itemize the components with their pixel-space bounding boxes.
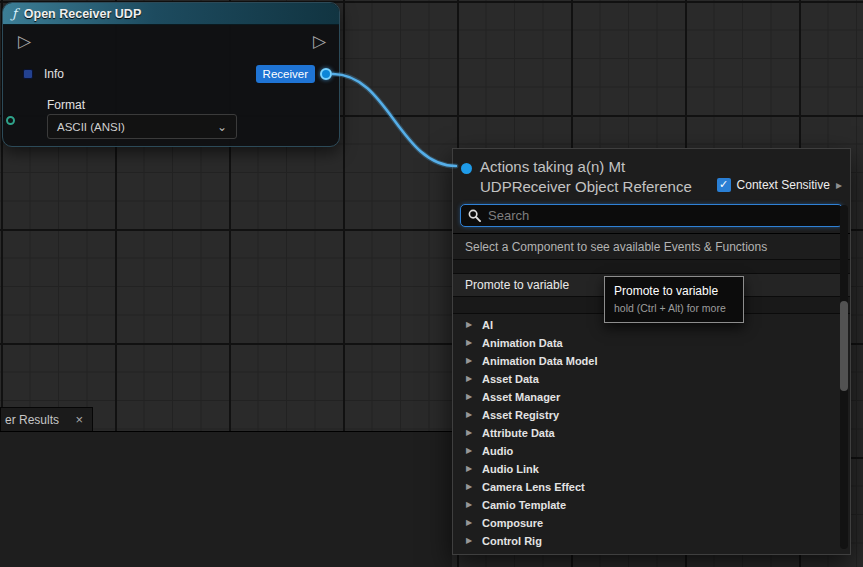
category-row[interactable]: ▶ Composure [453,514,850,532]
context-menu-header: Actions taking a(n) Mt UDPReceiver Objec… [453,149,850,201]
receiver-pin-row: Receiver [256,65,332,83]
search-bar[interactable] [460,204,843,227]
context-action-menu: Actions taking a(n) Mt UDPReceiver Objec… [452,148,851,555]
expand-triangle-icon[interactable]: ▶ [466,320,474,329]
expand-triangle-icon[interactable]: ▶ [466,374,474,383]
category-row[interactable]: ▶ Curve Data [453,550,850,554]
exec-output-pin-icon[interactable]: ▷ [313,33,326,50]
context-menu-title-line1: Actions taking a(n) Mt [480,157,692,177]
category-row[interactable]: ▶ Audio [453,442,850,460]
category-label: Curve Data [482,553,540,554]
category-row[interactable]: ▶ Control Rig [453,532,850,550]
expand-triangle-icon[interactable]: ▶ [466,500,474,509]
category-label: Asset Manager [482,391,560,403]
category-row[interactable]: ▶ Camera Lens Effect [453,478,850,496]
blueprint-editor: er Results × ƒ Open Receiver UDP ▷ ▷ Inf… [0,0,863,567]
expand-triangle-icon[interactable]: ▶ [466,446,474,455]
format-dropdown-value: ASCII (ANSI) [57,121,125,133]
tooltip-title: Promote to variable [614,284,734,298]
expand-triangle-icon[interactable]: ▶ [466,482,474,491]
node-header[interactable]: ƒ Open Receiver UDP [3,3,339,25]
category-label: Control Rig [482,535,542,547]
category-row[interactable]: ▶ Camio Template [453,496,850,514]
context-menu-title: Actions taking a(n) Mt UDPReceiver Objec… [480,157,692,197]
node-open-receiver-udp[interactable]: ƒ Open Receiver UDP ▷ ▷ Info Receiver Fo… [2,2,340,147]
expand-triangle-icon[interactable]: ▶ [466,464,474,473]
node-title: Open Receiver UDP [24,7,141,21]
expand-triangle-icon[interactable]: ▶ [466,392,474,401]
tab-results-label: er Results [5,413,59,427]
component-notice: Select a Component to see available Even… [453,234,850,260]
receiver-object-pin-icon[interactable] [320,68,332,80]
expand-triangle-icon[interactable]: ▶ [466,410,474,419]
expand-triangle-icon[interactable]: ▶ [466,536,474,545]
chevron-down-icon: ⌄ [217,120,227,134]
category-row[interactable]: ▶ Animation Data [453,334,850,352]
tooltip-hint: hold (Ctrl + Alt) for more [614,302,734,314]
expand-triangle-icon[interactable]: ▶ [466,428,474,437]
exec-input-pin-icon[interactable]: ▷ [18,33,31,50]
promote-tooltip: Promote to variable hold (Ctrl + Alt) fo… [604,276,744,323]
context-sensitive-expand-icon[interactable]: ▸ [836,178,842,192]
search-icon [468,209,481,222]
results-panel [0,431,452,567]
search-input[interactable] [488,208,835,223]
category-row[interactable]: ▶ Attribute Data [453,424,850,442]
context-sensitive-group: ✓ Context Sensitive ▸ [717,173,842,197]
tab-close-icon[interactable]: × [75,413,83,426]
list-separator [453,260,850,274]
expand-triangle-icon[interactable]: ▶ [466,356,474,365]
category-label: Camio Template [482,499,566,511]
category-list: ▶ AI ▶ Animation Data ▶ Animation Data M… [453,314,850,554]
scrollbar-thumb[interactable] [840,301,848,391]
info-pin-label: Info [44,67,64,81]
object-pin-dot-icon [461,163,472,174]
category-label: Animation Data Model [482,355,598,367]
context-sensitive-label: Context Sensitive [737,178,830,192]
category-row[interactable]: ▶ Asset Registry [453,406,850,424]
format-enum-pin-icon[interactable] [6,116,15,125]
category-label: AI [482,319,493,331]
expand-triangle-icon[interactable]: ▶ [466,338,474,347]
receiver-pin-label: Receiver [256,65,315,83]
category-label: Audio [482,445,513,457]
category-label: Attribute Data [482,427,555,439]
category-label: Asset Data [482,373,539,385]
format-pin-label: Format [47,98,85,112]
context-sensitive-checkbox[interactable]: ✓ [717,178,731,192]
tab-results[interactable]: er Results × [0,407,93,431]
category-row[interactable]: ▶ Asset Data [453,370,850,388]
category-label: Composure [482,517,543,529]
category-label: Camera Lens Effect [482,481,585,493]
function-icon: ƒ [12,6,17,21]
context-menu-title-line2: UDPReceiver Object Reference [480,177,692,197]
category-label: Audio Link [482,463,539,475]
info-struct-pin-icon[interactable] [23,69,33,79]
expand-triangle-icon[interactable]: ▶ [466,518,474,527]
format-dropdown[interactable]: ASCII (ANSI) ⌄ [47,114,237,139]
info-pin-row: Info [23,67,64,81]
category-row[interactable]: ▶ Animation Data Model [453,352,850,370]
category-row[interactable]: ▶ Asset Manager [453,388,850,406]
category-label: Animation Data [482,337,563,349]
category-row[interactable]: ▶ Audio Link [453,460,850,478]
category-label: Asset Registry [482,409,559,421]
